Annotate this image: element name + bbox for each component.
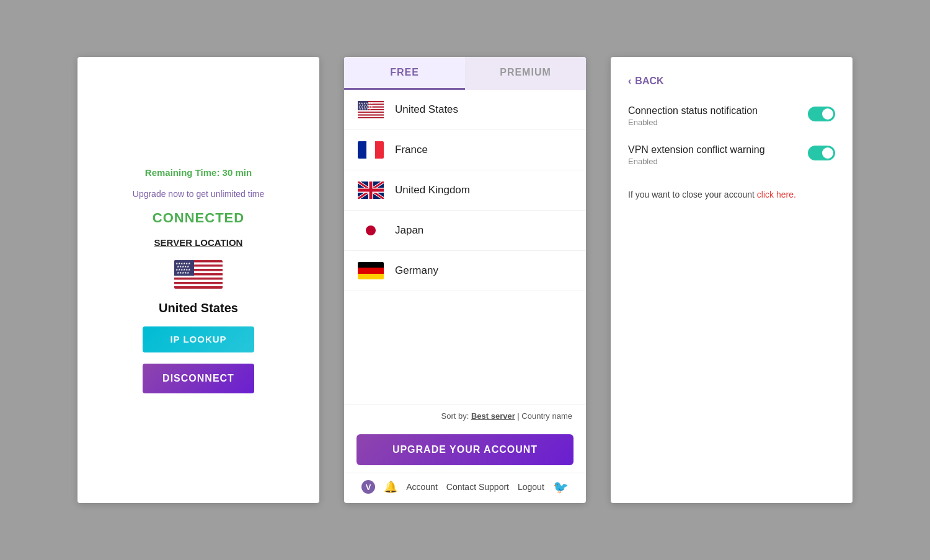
upgrade-link[interactable]: Upgrade now to get unlimited time — [133, 189, 264, 199]
close-account-section: If you want to close your account click … — [628, 190, 835, 199]
country-name-us: United States — [395, 103, 458, 116]
tabs: FREE PREMIUM — [344, 57, 586, 90]
de-black — [358, 262, 384, 268]
country-name-fr: France — [395, 144, 428, 156]
svg-rect-5 — [174, 279, 223, 282]
back-button[interactable]: ‹ BACK — [628, 76, 835, 87]
ip-lookup-button[interactable]: IP LOOKUP — [143, 326, 254, 352]
jp-circle — [366, 225, 376, 235]
twitter-icon[interactable]: 🐦 — [553, 479, 569, 494]
setting-row-connection: Connection status notification Enabled — [628, 105, 835, 127]
svg-text:★★★★★: ★★★★★ — [177, 271, 190, 274]
flag-jp — [358, 222, 384, 239]
setting-connection-text: Connection status notification Enabled — [628, 105, 758, 127]
connection-status: CONNECTED — [153, 210, 244, 226]
svg-rect-18 — [358, 116, 384, 117]
country-flag: ★★★★★★ ★★★★★ ★★★★★★ ★★★★★ — [174, 259, 223, 290]
list-item[interactable]: Japan — [344, 211, 586, 251]
fr-blue — [358, 141, 366, 159]
setting-vpn-text: VPN extension conflict warning Enabled — [628, 144, 765, 166]
logout-link[interactable]: Logout — [518, 482, 544, 492]
fr-white — [366, 141, 375, 159]
flag-uk — [358, 182, 384, 199]
list-item[interactable]: Germany — [344, 251, 586, 291]
close-account-text: If you want to close your account — [628, 190, 755, 199]
connection-notification-toggle[interactable] — [808, 107, 835, 121]
setting-connection-label: Connection status notification — [628, 105, 758, 116]
sort-best-button[interactable]: Best server — [471, 411, 515, 421]
list-item[interactable]: ★★★★★★ ★★★★★ ★★★★★★ ★★★★★ United States — [344, 90, 586, 130]
setting-vpn-label: VPN extension conflict warning — [628, 144, 765, 155]
country-name: United States — [159, 301, 238, 315]
close-account-link[interactable]: click here. — [757, 190, 796, 199]
country-name-de: Germany — [395, 265, 438, 277]
flag-us: ★★★★★★ ★★★★★ ★★★★★★ ★★★★★ — [358, 101, 384, 118]
server-list-panel: FREE PREMIUM ★★★★★★ ★★★★★ ★★★ — [344, 57, 586, 503]
svg-rect-6 — [174, 284, 223, 286]
main-vpn-panel: Remaining Time: 30 min Upgrade now to ge… — [78, 57, 319, 503]
sort-label: Sort by: — [441, 411, 469, 421]
tab-free[interactable]: FREE — [344, 57, 465, 90]
flag-fr — [358, 141, 384, 159]
country-name-uk: United Kingdom — [395, 184, 470, 196]
back-label: BACK — [635, 76, 663, 87]
list-item[interactable]: United Kingdom — [344, 170, 586, 211]
back-chevron-icon: ‹ — [628, 76, 631, 87]
fr-red — [375, 141, 384, 159]
setting-connection-status: Enabled — [628, 118, 758, 127]
de-gold — [358, 274, 384, 279]
disconnect-button[interactable]: DISCONNECT — [143, 364, 254, 393]
svg-rect-32 — [358, 189, 384, 192]
contact-support-link[interactable]: Contact Support — [446, 482, 509, 492]
svg-rect-16 — [358, 110, 384, 112]
account-link[interactable]: Account — [406, 482, 438, 492]
bell-icon[interactable]: 🔔 — [384, 480, 397, 494]
sort-country-label: | Country name — [517, 411, 572, 421]
server-location-label[interactable]: SERVER LOCATION — [154, 237, 243, 248]
bottom-bar: V 🔔 Account Contact Support Logout 🐦 — [344, 473, 586, 503]
flag-de — [358, 262, 384, 279]
remaining-time-value: 30 min — [223, 167, 252, 178]
remaining-time: Remaining Time: 30 min — [145, 167, 252, 178]
setting-row-vpn-conflict: VPN extension conflict warning Enabled — [628, 144, 835, 166]
tab-premium[interactable]: PREMIUM — [465, 57, 586, 90]
us-flag-large: ★★★★★★ ★★★★★ ★★★★★★ ★★★★★ — [174, 260, 223, 289]
svg-rect-4 — [174, 275, 223, 278]
settings-panel: ‹ BACK Connection status notification En… — [611, 57, 852, 503]
remaining-time-label: Remaining Time: — [145, 167, 220, 178]
de-red — [358, 268, 384, 273]
vpn-logo-icon[interactable]: V — [361, 480, 375, 494]
svg-text:★★★★★: ★★★★★ — [359, 108, 371, 110]
setting-vpn-status: Enabled — [628, 157, 765, 166]
upgrade-account-button[interactable]: UPGRADE YOUR ACCOUNT — [356, 434, 574, 465]
svg-rect-17 — [358, 113, 384, 114]
server-list: ★★★★★★ ★★★★★ ★★★★★★ ★★★★★ United States … — [344, 90, 586, 405]
country-name-jp: Japan — [395, 224, 423, 237]
sort-bar: Sort by: Best server | Country name — [344, 405, 586, 427]
vpn-conflict-toggle[interactable] — [808, 146, 835, 160]
list-item[interactable]: France — [344, 130, 586, 170]
